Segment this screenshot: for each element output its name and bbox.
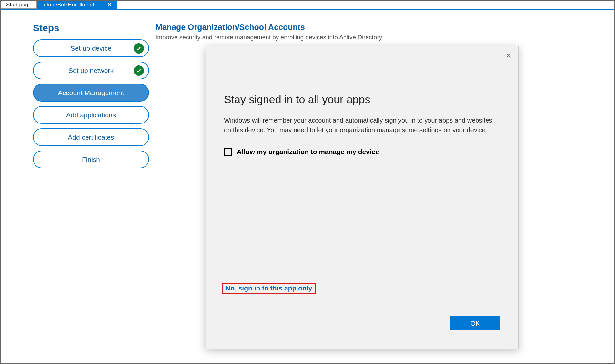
highlight-box: No, sign in to this app only [222,283,316,294]
step-set-up-device[interactable]: Set up device [33,39,149,57]
close-icon[interactable]: ✕ [505,51,512,60]
step-label: Add applications [66,111,116,119]
manage-device-checkbox[interactable] [224,148,232,156]
close-icon[interactable]: ✕ [107,2,112,8]
step-label: Set up network [68,67,114,74]
tab-bar: Start page IntuneBulkEnrollment ✕ [1,1,614,10]
step-account-management[interactable]: Account Management [33,84,149,102]
step-label: Finish [82,156,100,163]
sign-in-this-app-only-link[interactable]: No, sign in to this app only [226,284,312,292]
dialog-title: Stay signed in to all your apps [224,93,500,106]
step-add-certificates[interactable]: Add certificates [33,128,149,146]
steps-sidebar: Steps Set up device Set up network Accou… [1,23,156,173]
checkbox-label: Allow my organization to manage my devic… [237,148,379,156]
sidebar-title: Steps [33,23,136,34]
step-label: Set up device [70,44,111,52]
check-icon [134,65,144,76]
dialog-body: Windows will remember your account and a… [224,115,495,135]
ok-button[interactable]: OK [450,316,500,330]
tab-start-page[interactable]: Start page [1,1,37,9]
tab-intune-bulk-enrollment[interactable]: IntuneBulkEnrollment ✕ [37,1,117,9]
stay-signed-in-dialog: ✕ Stay signed in to all your apps Window… [206,46,519,349]
step-label: Account Management [58,89,124,97]
manage-device-checkbox-row: Allow my organization to manage my devic… [224,148,500,156]
step-finish[interactable]: Finish [33,151,149,168]
page-subtitle: Improve security and remote management b… [156,34,601,41]
check-icon [134,43,144,54]
step-set-up-network[interactable]: Set up network [33,62,149,79]
tab-label: Start page [6,2,31,8]
tab-label: IntuneBulkEnrollment [42,2,94,8]
page-title: Manage Organization/School Accounts [156,23,601,32]
step-label: Add certificates [68,133,114,141]
step-add-applications[interactable]: Add applications [33,106,149,124]
